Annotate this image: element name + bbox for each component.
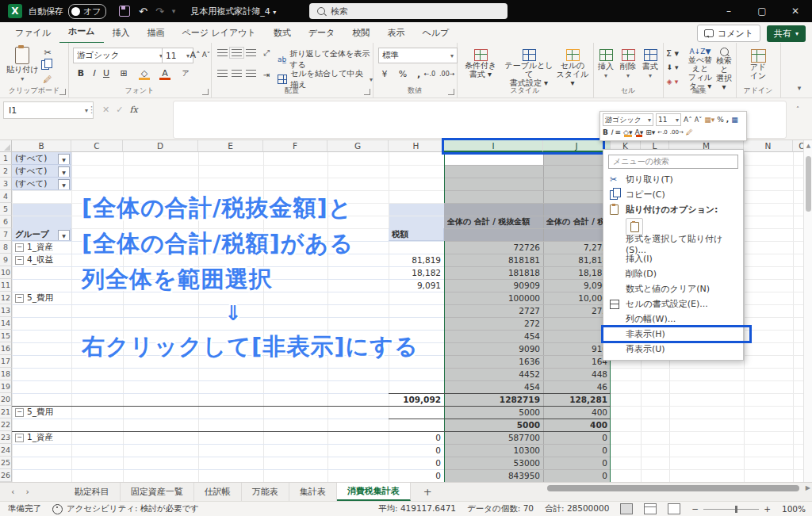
underline-button[interactable]: U [100, 67, 113, 79]
font-name-select[interactable]: 游ゴシック▾ [73, 48, 167, 63]
insert-function-icon[interactable]: fx [129, 105, 137, 115]
cell-B1[interactable]: (すべて)▼ [12, 152, 71, 165]
row-header-25[interactable]: 25 [0, 457, 12, 469]
menu-item-unhide[interactable]: 再表示(U) [603, 342, 743, 357]
cell-H9[interactable]: 81,819 [389, 254, 444, 266]
row-header-11[interactable]: 11 [0, 279, 12, 292]
mini-font-color-icon[interactable]: A▾ [635, 128, 644, 136]
cancel-icon[interactable]: ✕ [102, 105, 109, 115]
cell-J12[interactable]: 10,000 [543, 292, 611, 304]
column-header-C[interactable]: C [71, 140, 123, 152]
mini-percent-icon[interactable]: % [717, 116, 724, 124]
row-header-15[interactable]: 15 [0, 330, 12, 342]
column-header-D[interactable]: D [123, 140, 198, 152]
cell-B12[interactable]: −5_費用 [12, 292, 71, 304]
vertical-scrollbar[interactable]: ▲ [803, 140, 812, 482]
enter-icon[interactable]: ✓ [116, 105, 123, 115]
scroll-up-icon[interactable]: ▲ [804, 143, 812, 149]
cell-J11[interactable]: 9,090 [543, 279, 611, 292]
tab-ホーム[interactable]: ホーム [59, 21, 104, 44]
minimize-button[interactable]: – [712, 0, 745, 22]
align-right-icon[interactable] [246, 70, 256, 77]
row-header-14[interactable]: 14 [0, 317, 12, 330]
font-dialog-launcher-icon[interactable] [202, 89, 209, 95]
sheet-tab-仕訳帳[interactable]: 仕訳帳 [194, 483, 242, 501]
decrease-decimal-icon[interactable]: .00→ [439, 67, 454, 80]
row-header-21[interactable]: 21 [0, 406, 12, 419]
mini-grow-font-icon[interactable]: A˄ [684, 116, 692, 124]
cell-H26[interactable]: 0 [389, 469, 444, 482]
cell-J25[interactable]: 0 [543, 457, 611, 469]
maximize-button[interactable]: ▢ [745, 0, 779, 22]
cell-J21[interactable]: 400 [543, 406, 611, 419]
tab-ヘルプ[interactable]: ヘルプ [413, 22, 458, 43]
page-break-view-icon[interactable] [668, 503, 680, 514]
cell-I18[interactable]: 4452 [444, 368, 543, 380]
row-header-1[interactable]: 1 [0, 152, 12, 165]
mini-decrease-decimal-icon[interactable]: .00→ [670, 129, 684, 136]
save-icon[interactable] [119, 6, 130, 17]
find-select-button[interactable]: 検索と選択 ▾ [714, 48, 734, 91]
row-header-22[interactable]: 22 [0, 419, 12, 431]
currency-format-icon[interactable]: ¥ [378, 67, 391, 80]
cell-I17[interactable]: 1636 [444, 355, 543, 368]
mini-comma-icon[interactable]: , [726, 116, 729, 124]
menu-item-cut[interactable]: ✂切り取り(T) [603, 172, 743, 187]
align-top-icon[interactable] [217, 49, 228, 56]
row-header-17[interactable]: 17 [0, 355, 12, 368]
cell-J24[interactable]: 0 [543, 444, 611, 457]
quick-access-chevron-icon[interactable]: ▾ [172, 7, 176, 15]
cell-J20[interactable]: 128,281 [543, 393, 611, 406]
search-input[interactable]: 検索 [309, 3, 508, 19]
more-options-icon[interactable]: ⋮ [87, 105, 96, 115]
normal-view-icon[interactable] [620, 503, 633, 514]
cell-J17[interactable]: 164 [543, 355, 611, 368]
collapse-icon[interactable]: − [15, 243, 24, 252]
sheet-tab-集計表[interactable]: 集計表 [289, 483, 337, 501]
cell-H24[interactable]: 0 [389, 444, 444, 457]
tab-描画[interactable]: 描画 [139, 22, 174, 43]
mini-borders-icon[interactable]: ⊞▾ [645, 128, 655, 136]
cell-I26[interactable]: 843950 [444, 469, 543, 482]
sheet-tab-万能表[interactable]: 万能表 [242, 483, 289, 501]
row-header-3[interactable]: 3 [0, 178, 12, 190]
autosum-icon[interactable]: Σ ▾ [666, 47, 679, 59]
mini-merge-icon[interactable]: ▦▾ [704, 116, 714, 124]
row-header-13[interactable]: 13 [0, 304, 12, 317]
cell-I23[interactable]: 587700 [444, 431, 543, 444]
cell-B7[interactable]: グループ▼ [12, 228, 71, 241]
sort-filter-button[interactable]: A↓Z▼ 並べ替えとフィルター ▾ [687, 48, 714, 90]
menu-item-delete[interactable]: 削除(D) [603, 266, 743, 281]
share-button[interactable]: 共有▾ [767, 25, 806, 42]
collapse-icon[interactable]: − [15, 434, 24, 442]
page-layout-view-icon[interactable] [644, 503, 657, 514]
document-title[interactable]: 見本用複式家計簿_4 ▾ [190, 6, 276, 17]
cell-J18[interactable]: 448 [543, 368, 611, 380]
percent-format-icon[interactable]: % [396, 67, 409, 80]
comments-button[interactable]: コメント [697, 25, 760, 42]
cell-H20[interactable]: 109,092 [389, 393, 444, 406]
undo-icon[interactable]: ↶ [139, 6, 147, 17]
row-header-5[interactable]: 5 [0, 203, 12, 216]
cell-H7[interactable]: 税額 [389, 228, 444, 241]
cell-I13[interactable]: 2727 [444, 304, 543, 317]
row-header-8[interactable]: 8 [0, 241, 12, 254]
sheet-tab-勘定科目[interactable]: 勘定科目 [64, 483, 121, 501]
cell-I14[interactable]: 272 [444, 317, 543, 330]
cell-J26[interactable]: 0 [543, 469, 611, 482]
cell-I19[interactable]: 454 [444, 380, 543, 393]
increase-decimal-icon[interactable]: ←.0 [423, 67, 436, 80]
row-header-12[interactable]: 12 [0, 292, 12, 304]
column-header-N[interactable]: N [744, 140, 793, 152]
collapse-ribbon-icon[interactable]: ▾ [793, 82, 806, 94]
filter-dropdown-icon[interactable]: ▼ [58, 230, 70, 242]
cell-I11[interactable]: 90909 [444, 279, 543, 292]
bold-button[interactable]: B [75, 67, 87, 79]
cell-J16[interactable]: 910 [543, 342, 611, 355]
indent-icon[interactable]: ⇥ [260, 68, 273, 81]
mini-fill-color-icon[interactable]: ◇▾ [623, 128, 632, 136]
number-dialog-launcher-icon[interactable] [448, 89, 454, 95]
paste-button[interactable]: 貼り付け▾ [6, 47, 38, 82]
conditional-formatting-button[interactable]: 条件付き書式 ▾ [460, 49, 501, 78]
cell-I21[interactable]: 5000 [444, 406, 543, 419]
